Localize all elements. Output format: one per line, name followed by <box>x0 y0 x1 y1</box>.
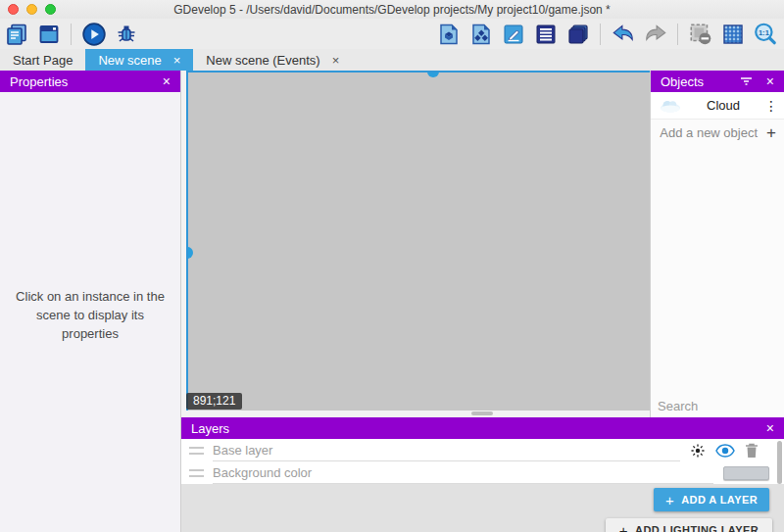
mask-icon <box>688 22 713 47</box>
tabbar: Start Page New scene × New scene (Events… <box>0 49 784 71</box>
start-page-button[interactable] <box>35 21 62 47</box>
project-manager-button[interactable] <box>3 21 29 47</box>
open-objects-editor-button[interactable] <box>435 21 462 47</box>
tab-new-scene[interactable]: New scene × <box>85 49 193 71</box>
object-menu-icon[interactable]: ⋮ <box>763 98 779 114</box>
redo-button[interactable] <box>642 21 668 47</box>
toolbar: 1:1 <box>0 19 784 49</box>
layers-stack-icon <box>566 23 590 46</box>
layers-close-icon[interactable]: × <box>766 421 774 435</box>
traffic-lights <box>8 4 56 15</box>
svg-text:1:1: 1:1 <box>758 27 768 36</box>
layer-delete-trash-icon[interactable] <box>745 443 759 459</box>
layer-row-background-color: Background color <box>181 461 784 484</box>
layer-effects-icon[interactable] <box>690 443 706 459</box>
zoom-window-button[interactable] <box>45 4 56 15</box>
objects-search-input[interactable] <box>658 399 784 413</box>
background-color-swatch[interactable] <box>723 466 769 480</box>
tab-new-scene-events[interactable]: New scene (Events) × <box>193 49 352 71</box>
toolbar-right: 1:1 <box>435 21 778 47</box>
layer-row-actions <box>690 443 759 459</box>
open-object-groups-editor-button[interactable] <box>467 21 494 47</box>
objects-panel: Objects × Cloud ⋮ Add a new object + <box>650 71 784 418</box>
toolbar-separator <box>600 24 601 45</box>
play-icon <box>81 22 107 47</box>
drag-handle-icon[interactable] <box>189 469 204 477</box>
drag-handle-icon[interactable] <box>189 447 204 455</box>
filter-icon[interactable] <box>740 76 753 86</box>
tab-label: New scene (Events) <box>206 53 319 68</box>
preview-play-button[interactable] <box>80 21 107 47</box>
debug-button[interactable] <box>113 21 139 47</box>
object-groups-icon <box>469 23 493 46</box>
objects-search-row <box>651 394 784 418</box>
toolbar-left <box>3 21 139 47</box>
object-row-cloud[interactable]: Cloud ⋮ <box>651 92 784 120</box>
layers-panel-header: Layers × <box>181 417 784 439</box>
minimize-window-button[interactable] <box>26 4 37 15</box>
layers-panel: Layers × Base layer Background color + A… <box>181 417 784 532</box>
layer-visibility-eye-icon[interactable] <box>715 444 735 458</box>
instances-list-icon <box>534 23 558 46</box>
layers-scrollbar[interactable] <box>777 441 782 484</box>
selection-handle-top[interactable] <box>427 71 439 77</box>
titlebar: GDevelop 5 - /Users/david/Documents/GDev… <box>0 0 784 19</box>
toggle-grid-button[interactable] <box>719 21 746 47</box>
tab-close-icon[interactable]: × <box>173 54 181 67</box>
tab-close-icon[interactable]: × <box>332 54 340 67</box>
undo-button[interactable] <box>610 21 636 47</box>
add-new-object-button[interactable]: Add a new object + <box>651 120 784 145</box>
toggle-mask-button[interactable] <box>687 21 713 47</box>
open-instances-list-button[interactable] <box>532 21 559 47</box>
properties-panel-header: Properties × <box>0 71 180 92</box>
toolbar-separator <box>71 24 72 45</box>
properties-pencil-icon <box>502 23 525 46</box>
tab-label: New scene <box>98 53 161 68</box>
redo-arrow-icon <box>643 22 668 47</box>
objects-close-icon[interactable]: × <box>766 74 774 88</box>
open-layers-editor-button[interactable] <box>564 21 591 47</box>
canvas-horizontal-scrollbar[interactable] <box>471 411 493 415</box>
properties-panel-title: Properties <box>10 74 163 89</box>
scene-canvas[interactable] <box>186 71 650 411</box>
objects-editor-icon <box>437 23 461 46</box>
add-layer-label: ADD A LAYER <box>681 494 758 506</box>
properties-panel: Properties × Click on an instance in the… <box>0 71 181 532</box>
add-object-label: Add a new object <box>660 125 758 140</box>
add-lighting-layer-label: ADD LIGHTING LAYER <box>635 524 759 532</box>
window-title: GDevelop 5 - /Users/david/Documents/GDev… <box>0 3 784 17</box>
project-manager-icon <box>5 23 28 46</box>
undo-arrow-icon <box>611 22 636 47</box>
open-properties-panel-button[interactable] <box>500 21 526 47</box>
cursor-coordinates-badge: 891;121 <box>186 393 242 410</box>
grid-icon <box>721 23 745 46</box>
add-lighting-layer-button[interactable]: + ADD LIGHTING LAYER <box>606 518 772 532</box>
cloud-thumbnail-icon <box>658 97 683 115</box>
properties-empty-message: Click on an instance in the scene to dis… <box>8 288 172 344</box>
tab-label: Start Page <box>13 53 73 68</box>
objects-panel-title: Objects <box>661 74 740 89</box>
layer-row-base: Base layer <box>181 439 784 461</box>
layer-name-field[interactable]: Base layer <box>213 439 680 461</box>
close-window-button[interactable] <box>8 4 19 15</box>
properties-close-icon[interactable]: × <box>163 74 171 88</box>
toolbar-separator <box>677 24 678 45</box>
gdevelop-window: GDevelop 5 - /Users/david/Documents/GDev… <box>0 0 784 532</box>
tab-start-page[interactable]: Start Page <box>0 49 85 71</box>
window-icon <box>37 23 61 46</box>
plus-icon: + <box>766 124 776 141</box>
zoom-options-button[interactable]: 1:1 <box>752 21 778 47</box>
bug-icon <box>115 23 138 46</box>
plus-icon: + <box>619 522 628 532</box>
plus-icon: + <box>665 492 674 508</box>
layers-panel-title: Layers <box>191 421 766 436</box>
add-layer-button[interactable]: + ADD A LAYER <box>654 488 769 511</box>
selection-handle-left[interactable] <box>186 247 193 259</box>
zoom-1-1-icon: 1:1 <box>753 22 778 47</box>
object-name: Cloud <box>683 98 763 113</box>
objects-panel-header: Objects × <box>651 71 784 92</box>
layer-name-field[interactable]: Background color <box>213 461 713 484</box>
